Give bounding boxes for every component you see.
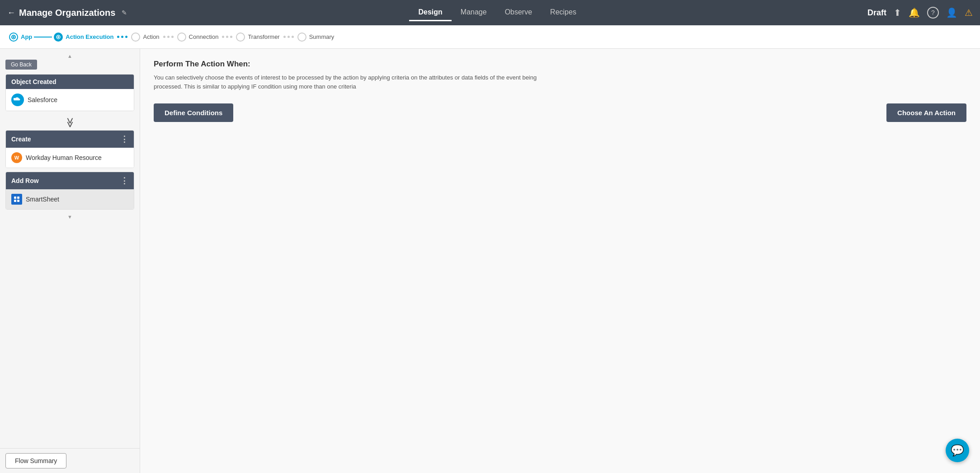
scroll-down-indicator[interactable]: ▼ [5, 213, 134, 220]
step-label-connection: Connection [189, 33, 219, 40]
step-circle-action-execution [54, 33, 63, 42]
step-circle-summary [297, 33, 306, 42]
sidebar-bottom: Flow Summary [0, 448, 140, 473]
card-title-add-row: Add Row [11, 177, 39, 184]
salesforce-app-name: Salesforce [28, 96, 57, 103]
step-circle-connection [177, 33, 186, 42]
perform-action-title: Perform The Action When: [154, 60, 966, 69]
step-label-summary: Summary [309, 33, 335, 40]
define-conditions-button[interactable]: Define Conditions [154, 103, 233, 122]
create-menu-icon[interactable]: ⋮ [120, 134, 128, 144]
back-to-manage-orgs[interactable]: ← Manage Organizations ✎ [7, 8, 127, 18]
svg-rect-5 [17, 197, 19, 199]
step-transformer[interactable]: Transformer [236, 33, 279, 42]
sidebar-card-body-add-row[interactable]: SmartSheet [6, 189, 134, 209]
smartsheet-logo [11, 194, 22, 205]
svg-rect-6 [14, 200, 16, 202]
step-summary[interactable]: Summary [297, 33, 335, 42]
action-buttons-row: Define Conditions Choose An Action [154, 103, 966, 122]
sidebar: ▲ Go Back Object Created Salesforce [0, 49, 140, 473]
step-app[interactable]: App [9, 33, 32, 42]
salesforce-logo [11, 94, 24, 106]
user-icon[interactable]: 👤 [946, 7, 957, 18]
step-action-execution[interactable]: Action Execution [54, 33, 113, 42]
app-title: Manage Organizations [19, 8, 115, 18]
draft-status-badge: Draft [867, 8, 886, 18]
chat-bubble-icon: 💬 [951, 444, 964, 457]
card-title-create: Create [11, 136, 31, 143]
tab-observe[interactable]: Observe [496, 5, 541, 21]
nav-tabs: Design Manage Observe Recipes [127, 5, 867, 21]
step-connector-1 [34, 37, 52, 37]
step-circle-action [131, 33, 140, 42]
sidebar-scroll-area: ▲ Go Back Object Created Salesforce [0, 49, 140, 448]
step-action[interactable]: Action [131, 33, 159, 42]
svg-rect-7 [17, 200, 19, 202]
choose-action-button[interactable]: Choose An Action [886, 103, 966, 122]
warning-icon: ⚠ [965, 7, 973, 18]
step-dots-5 [283, 36, 294, 38]
card-title-object-created: Object Created [11, 78, 57, 85]
top-navigation: ← Manage Organizations ✎ Design Manage O… [0, 0, 980, 25]
go-back-button[interactable]: Go Back [5, 60, 37, 70]
chevron-down-icon: ≫ [62, 58, 78, 187]
step-circle-transformer [236, 33, 245, 42]
add-row-menu-icon[interactable]: ⋮ [120, 176, 128, 186]
chat-bubble-button[interactable]: 💬 [946, 439, 969, 462]
flow-summary-button[interactable]: Flow Summary [5, 453, 66, 468]
app-item-smartsheet: SmartSheet [11, 194, 128, 205]
step-dots-4 [222, 36, 232, 38]
back-arrow-icon: ← [7, 8, 15, 18]
external-link-icon[interactable]: ⬆ [894, 7, 901, 18]
step-label-action: Action [143, 33, 159, 40]
help-icon[interactable]: ? [927, 7, 939, 19]
smartsheet-app-name: SmartSheet [26, 196, 59, 203]
content-area: Perform The Action When: You can selecti… [140, 49, 980, 473]
perform-action-description: You can selectively choose the events of… [154, 73, 561, 91]
step-circle-app [9, 33, 18, 42]
step-label-transformer: Transformer [248, 33, 279, 40]
tab-recipes[interactable]: Recipes [541, 5, 585, 21]
edit-icon[interactable]: ✎ [122, 9, 127, 16]
step-label-app: App [21, 33, 32, 40]
svg-rect-4 [14, 197, 16, 199]
step-label-action-execution: Action Execution [66, 33, 113, 40]
workday-logo: W [11, 152, 22, 163]
main-layout: ▲ Go Back Object Created Salesforce [0, 49, 980, 473]
step-dots-3 [163, 36, 174, 38]
tab-design[interactable]: Design [409, 5, 451, 21]
step-dots-2 [117, 36, 127, 38]
tab-manage[interactable]: Manage [452, 5, 496, 21]
step-progress-bar: App Action Execution Action Connection T… [0, 25, 980, 49]
sidebar-collapse-handle[interactable]: ‹ [140, 252, 140, 270]
svg-point-3 [57, 36, 59, 38]
nav-right-actions: Draft ⬆ 🔔 ? 👤 ⚠ [867, 7, 973, 19]
svg-point-1 [13, 36, 14, 38]
bell-icon[interactable]: 🔔 [909, 7, 920, 18]
step-connection[interactable]: Connection [177, 33, 219, 42]
